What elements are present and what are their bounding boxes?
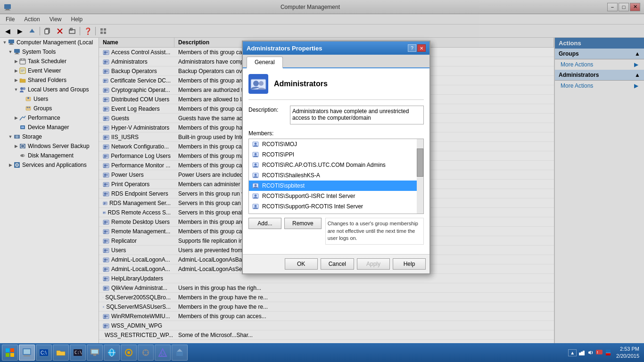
taskbar-btn-vs[interactable]: ▷ <box>155 345 171 361</box>
tree-expand-computer[interactable]: ▼ <box>2 40 8 45</box>
list-cell-name: WinRMRemoteWMIU... <box>111 313 170 320</box>
taskbar-btn-explorer[interactable] <box>19 345 35 361</box>
group-row-icon <box>103 209 106 216</box>
actions-groups-more[interactable]: More Actions ▶ <box>555 59 644 70</box>
tree-item-backupsvc[interactable]: ▶ Windows Server Backup <box>0 141 99 151</box>
col-header-name[interactable]: Name <box>99 38 174 47</box>
tree-item-users[interactable]: Users <box>0 94 99 104</box>
tree-item-servicesapps[interactable]: ▶ Services and Applications <box>0 160 99 170</box>
modal-group-icon <box>248 74 268 94</box>
tree-item-groups[interactable]: Groups <box>0 104 99 113</box>
svg-point-150 <box>255 174 257 176</box>
svg-point-91 <box>106 183 108 185</box>
tree-item-sharedfolders[interactable]: ▶ Shared Folders <box>0 75 99 85</box>
maximize-button[interactable]: □ <box>619 3 629 11</box>
toolbar-help[interactable]: ❓ <box>82 26 93 36</box>
minimize-button[interactable]: − <box>607 3 618 11</box>
member-item[interactable]: RCOTIS\MOJ <box>249 139 417 149</box>
tree-expand-performance[interactable]: ▶ <box>13 115 19 120</box>
taskbar-start[interactable] <box>2 345 18 361</box>
tray-expand[interactable]: ▲ <box>568 349 577 356</box>
tree-item-systemtools[interactable]: ▼ System Tools <box>0 47 99 57</box>
modal-cancel-button[interactable]: Cancel <box>321 258 354 270</box>
list-row[interactable]: HelpLibraryUpdaters <box>99 274 554 283</box>
toolbar-export[interactable] <box>66 26 78 36</box>
modal-add-button[interactable]: Add... <box>248 218 281 229</box>
svg-point-141 <box>253 81 259 86</box>
toolbar-copy[interactable] <box>42 26 53 36</box>
tree-item-storage[interactable]: ▼ Storage <box>0 132 99 141</box>
member-item[interactable]: RCOTIS\spbitest <box>249 181 417 191</box>
taskbar-btn-ie[interactable] <box>104 345 120 361</box>
list-row[interactable]: SQLServer2005SQLBro... Members in the gr… <box>99 293 554 302</box>
members-scrollbar[interactable] <box>417 139 423 214</box>
toolbar-back[interactable]: ◀ <box>2 26 13 36</box>
tree-expand-localusers[interactable]: ▼ <box>13 87 19 92</box>
modal-tab-general[interactable]: General <box>247 57 283 68</box>
tree-item-eventviewer[interactable]: ▶ Event Viewer <box>0 66 99 75</box>
modal-apply-button[interactable]: Apply <box>357 258 390 270</box>
tree-item-performance[interactable]: ▶ Performance <box>0 113 99 123</box>
tree-item-devicemanager[interactable]: Device Manager <box>0 123 99 132</box>
taskbar-btn-settings[interactable] <box>138 345 154 361</box>
actions-groups-collapse[interactable]: ▲ <box>635 50 640 57</box>
list-row[interactable]: WSS_ADMIN_WPG <box>99 321 554 330</box>
taskbar-btn-cmd[interactable]: C:\> <box>70 345 86 361</box>
actions-administrators-more[interactable]: More Actions ▶ <box>555 81 644 91</box>
list-row[interactable]: QlikView Administrat... Users in this gr… <box>99 283 554 293</box>
svg-point-93 <box>104 192 107 195</box>
menu-help[interactable]: Help <box>67 15 87 24</box>
tree-expand-systemtools[interactable]: ▼ <box>8 49 13 54</box>
menu-view[interactable]: View <box>46 15 66 24</box>
toolbar-forward[interactable]: ▶ <box>14 26 25 36</box>
taskbar-btn-folder[interactable] <box>53 345 69 361</box>
eventviewer-icon <box>19 67 26 74</box>
list-row[interactable]: WinRMRemoteWMIU... Members of this group… <box>99 312 554 321</box>
taskbar-btn-terminal[interactable]: C:\ <box>36 345 52 361</box>
list-cell-name: IIS_IUSRS <box>111 134 139 140</box>
list-row[interactable]: SQLServerMSASUserS... Members in the gro… <box>99 302 554 312</box>
menu-action[interactable]: Action <box>20 15 43 24</box>
toolbar-up[interactable] <box>26 26 38 36</box>
svg-point-58 <box>106 80 107 81</box>
tree-expand-taskscheduler[interactable]: ▶ <box>13 59 19 64</box>
tree-expand-sharedfolders[interactable]: ▶ <box>13 78 19 82</box>
servicesapps-icon <box>13 161 21 169</box>
modal-description-text[interactable]: Administrators have complete and unrestr… <box>290 106 424 124</box>
menu-file[interactable]: File <box>2 15 18 24</box>
tree-expand-storage[interactable]: ▼ <box>8 134 13 139</box>
members-scrollbar-thumb[interactable] <box>417 148 423 177</box>
tree-item-computer[interactable]: ▼ Computer Management (Local <box>0 38 99 47</box>
tree-expand-servicesapps[interactable]: ▶ <box>8 163 13 167</box>
member-item[interactable]: RCOTIS\SupportG-RCOTIS Security <box>249 212 417 214</box>
member-item[interactable]: RCOTIS\PPI <box>249 149 417 160</box>
modal-help-footer-button[interactable]: Help <box>393 258 426 270</box>
tree-expand-eventviewer[interactable]: ▶ <box>13 68 19 73</box>
member-item[interactable]: RCOTIS\RC.AP.OTIS.UTC.COM Domain Admins <box>249 160 417 170</box>
taskbar-btn-deploy[interactable] <box>172 345 188 361</box>
toolbar-delete[interactable] <box>54 26 66 36</box>
modal-help-button[interactable]: ? <box>408 44 416 52</box>
modal-close-button[interactable]: ✕ <box>417 44 426 52</box>
member-item[interactable]: RCOTIS\SupportG-ISRC Intel Server <box>249 191 417 201</box>
tree-expand-backupsvc[interactable]: ▶ <box>13 144 19 148</box>
actions-administrators-collapse[interactable]: ▲ <box>635 72 640 78</box>
taskbar-btn-monitor[interactable] <box>87 345 103 361</box>
list-cell-name: RDS Management Ser... <box>109 200 171 206</box>
localusers-icon <box>19 86 26 93</box>
toolbar-view[interactable] <box>98 26 109 36</box>
taskbar-btn-tools[interactable] <box>121 345 137 361</box>
member-name: RCOTIS\SupportG-RCOTIS Security <box>262 214 355 214</box>
member-item[interactable]: RCOTIS\SupportG-RCOTIS Intel Server <box>249 201 417 212</box>
tree-item-taskscheduler[interactable]: ▶ Task Scheduler <box>0 57 99 66</box>
list-row[interactable]: WSS_RESTRICTED_WP... Some of the Microso… <box>99 330 554 340</box>
close-button[interactable]: ✕ <box>630 3 640 11</box>
svg-rect-33 <box>26 107 31 110</box>
tree-item-localusers[interactable]: ▼ Local Users and Groups <box>0 85 99 94</box>
modal-ok-button[interactable]: OK <box>285 258 318 270</box>
group-row-icon <box>103 172 109 178</box>
member-item[interactable]: RCOTIS\ShaileshKS-A <box>249 170 417 181</box>
list-cell-desc <box>174 278 554 279</box>
modal-remove-button[interactable]: Remove <box>284 218 322 229</box>
tree-item-diskmgmt[interactable]: Disk Management <box>0 151 99 160</box>
